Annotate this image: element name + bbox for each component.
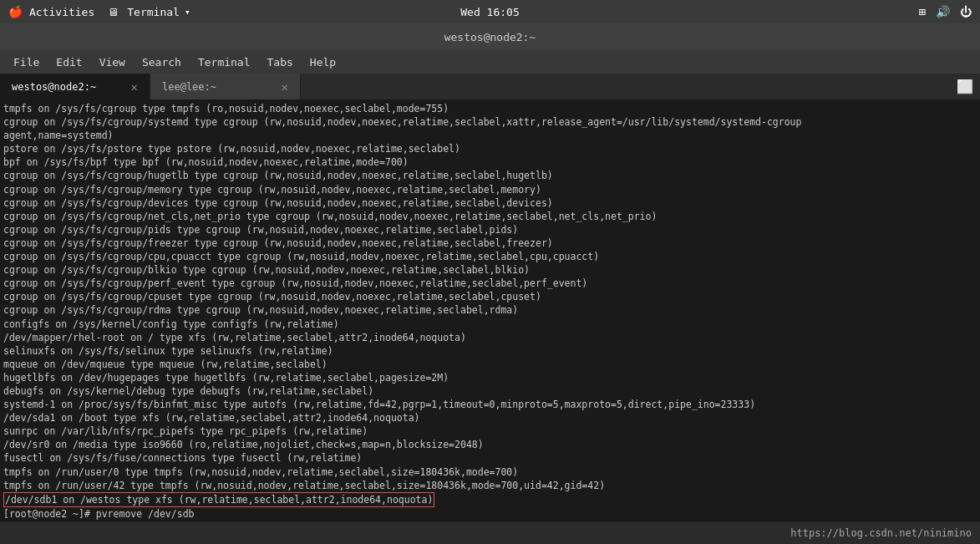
terminal-content[interactable]: tmpfs on /sys/fs/cgroup type tmpfs (ro,n…	[0, 100, 980, 521]
tab-lee-close[interactable]: ✕	[282, 80, 288, 94]
menu-file[interactable]: File	[7, 54, 46, 70]
menu-search[interactable]: Search	[135, 54, 188, 70]
system-bar: 🍎 Activities 🖥 Terminal ▾ Wed 16:05 ⊞ 🔊 …	[0, 0, 980, 23]
tab-westos-label: westos@node2:~	[12, 81, 96, 93]
power-icon[interactable]: ⏻	[960, 5, 972, 18]
system-bar-center: Wed 16:05	[460, 6, 519, 18]
tab-westos[interactable]: westos@node2:~ ✕	[0, 74, 150, 99]
status-url: https://blog.csdn.net/ninimino	[790, 527, 972, 539]
terminal-title-bar: westos@node2:~	[0, 23, 980, 50]
apple-icon: 🍎	[8, 5, 23, 18]
tabs-row: westos@node2:~ ✕ lee@lee:~ ✕ ⬜	[0, 74, 980, 100]
system-bar-left: 🍎 Activities 🖥 Terminal ▾	[8, 5, 190, 18]
menu-tabs[interactable]: Tabs	[261, 54, 300, 70]
network-icon[interactable]: ⊞	[919, 5, 926, 18]
status-bar: https://blog.csdn.net/ninimino	[0, 521, 980, 544]
system-bar-right: ⊞ 🔊 ⏻	[919, 5, 972, 18]
terminal-window: westos@node2:~ File Edit View Search Ter…	[0, 23, 980, 521]
terminal-output: tmpfs on /sys/fs/cgroup type tmpfs (ro,n…	[3, 102, 977, 521]
menu-bar: File Edit View Search Terminal Tabs Help	[0, 50, 980, 74]
datetime-display: Wed 16:05	[460, 6, 519, 18]
terminal-title: westos@node2:~	[444, 31, 536, 43]
tab-lee[interactable]: lee@lee:~ ✕	[150, 74, 301, 99]
tab-lee-label: lee@lee:~	[162, 81, 216, 93]
menu-terminal[interactable]: Terminal	[191, 54, 257, 70]
terminal-dropdown-icon[interactable]: ▾	[185, 7, 190, 18]
terminal-app-icon: 🖥	[108, 6, 119, 18]
volume-icon[interactable]: 🔊	[936, 5, 950, 18]
screenshot-icon[interactable]: ⬜	[957, 79, 973, 94]
activities-label[interactable]: Activities	[29, 6, 94, 18]
menu-edit[interactable]: Edit	[49, 54, 89, 70]
terminal-app-label[interactable]: Terminal	[127, 6, 180, 18]
menu-help[interactable]: Help	[303, 54, 343, 70]
tab-westos-close[interactable]: ✕	[131, 80, 138, 94]
menu-view[interactable]: View	[93, 54, 132, 70]
